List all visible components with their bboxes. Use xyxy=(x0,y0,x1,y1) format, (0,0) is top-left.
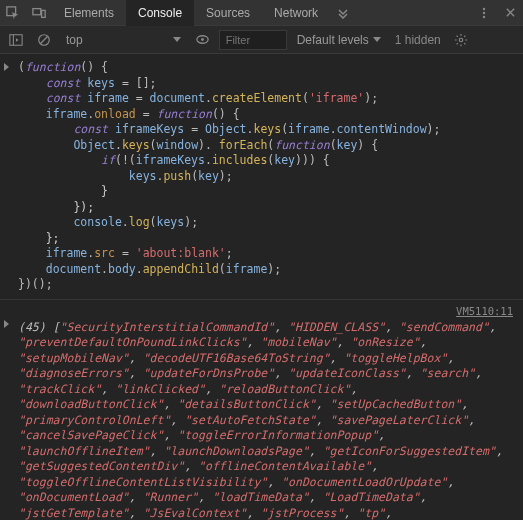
array-value[interactable]: (45) ["SecurityInterstitialCommandId", "… xyxy=(18,320,515,520)
svg-point-4 xyxy=(483,11,485,13)
source-link[interactable]: VM5110:11 xyxy=(456,305,515,317)
chevron-down-icon xyxy=(173,37,181,42)
svg-line-10 xyxy=(41,36,48,43)
expand-arrow-icon[interactable] xyxy=(4,60,18,293)
live-expression-icon[interactable] xyxy=(191,28,215,52)
tab-elements[interactable]: Elements xyxy=(52,0,126,26)
svg-rect-2 xyxy=(42,10,46,17)
console-input-echo: (function() { const keys = []; const ifr… xyxy=(0,58,523,300)
tab-network[interactable]: Network xyxy=(262,0,330,26)
settings-gear-icon[interactable] xyxy=(449,28,473,52)
chevron-down-icon xyxy=(373,37,381,42)
svg-rect-1 xyxy=(33,8,41,14)
context-label: top xyxy=(66,33,83,47)
console-messages: (function() { const keys = []; const ifr… xyxy=(0,54,523,520)
kebab-menu-icon[interactable] xyxy=(471,0,497,26)
hidden-count[interactable]: 1 hidden xyxy=(391,33,445,47)
context-selector[interactable]: top xyxy=(60,33,187,47)
svg-point-12 xyxy=(201,38,204,41)
console-log-output: VM5110:11 (45) ["SecurityInterstitialCom… xyxy=(0,300,523,520)
tab-console[interactable]: Console xyxy=(126,0,194,26)
inspect-element-icon[interactable] xyxy=(0,0,26,26)
more-tabs-icon[interactable] xyxy=(330,0,356,26)
code-content: (function() { const keys = []; const ifr… xyxy=(18,60,440,293)
log-levels-selector[interactable]: Default levels xyxy=(291,33,387,47)
svg-marker-8 xyxy=(16,38,19,42)
clear-console-icon[interactable] xyxy=(32,28,56,52)
device-toolbar-icon[interactable] xyxy=(26,0,52,26)
svg-point-3 xyxy=(483,7,485,9)
filter-input[interactable] xyxy=(219,30,287,50)
svg-point-5 xyxy=(483,15,485,17)
svg-point-13 xyxy=(459,38,463,42)
tab-sources[interactable]: Sources xyxy=(194,0,262,26)
expand-arrow-icon[interactable] xyxy=(4,304,18,520)
levels-label: Default levels xyxy=(297,33,369,47)
close-panel-icon[interactable] xyxy=(497,0,523,26)
sidebar-toggle-icon[interactable] xyxy=(4,28,28,52)
console-toolbar: top Default levels 1 hidden xyxy=(0,26,523,54)
devtools-tabbar: Elements Console Sources Network xyxy=(0,0,523,26)
